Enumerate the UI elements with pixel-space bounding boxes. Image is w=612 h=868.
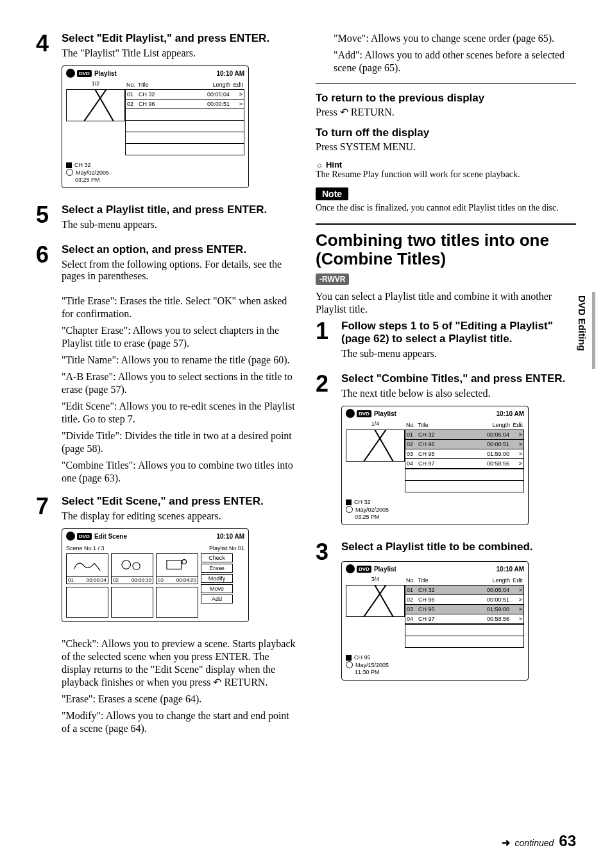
scene-thumbnail[interactable]: 0300:04:20 bbox=[156, 553, 198, 584]
table-row[interactable]: 04CH 9700:58:56> bbox=[405, 614, 524, 624]
ui-title: Playlist bbox=[374, 410, 396, 417]
scene-thumbnail[interactable]: 0100:00:34 bbox=[66, 553, 108, 584]
step-number: 2 bbox=[316, 372, 341, 534]
arrow-icon: ➜ bbox=[502, 837, 510, 849]
step-heading: Select "Edit Scene," and press ENTER. bbox=[62, 495, 296, 508]
ui-clock: 10:10 AM bbox=[216, 70, 244, 77]
playlist-ui-box: DVD Playlist 10:10 AM 1/2 No. bbox=[62, 65, 249, 188]
disc-icon bbox=[66, 532, 75, 541]
ui-footer: CH 95 May/15/2005 11:30 PM bbox=[342, 652, 528, 680]
dvd-badge-icon: DVD bbox=[77, 533, 92, 540]
option-text: "Combine Titles": Allows you to combine … bbox=[62, 459, 296, 485]
step-number: 6 bbox=[36, 243, 62, 489]
playlist-number: Playlist No.01 bbox=[209, 545, 244, 551]
step-heading: Select a Playlist title, and press ENTER… bbox=[62, 204, 296, 216]
step-4: 4 Select "Edit Playlist," and press ENTE… bbox=[36, 32, 296, 197]
section-tab-marker bbox=[592, 292, 595, 369]
table-row[interactable]: 01CH 3200:05:04> bbox=[405, 585, 524, 595]
page-fraction: 3/4 bbox=[346, 576, 405, 582]
step-5: 5 Select a Playlist title, and press ENT… bbox=[36, 204, 296, 237]
table-row[interactable]: 04CH 9700:58:56> bbox=[405, 458, 524, 469]
step-heading: Select "Combine Titles," and press ENTER… bbox=[341, 372, 576, 385]
page-fraction: 1/2 bbox=[66, 80, 125, 87]
note-heading: Note bbox=[316, 187, 348, 200]
table-row bbox=[125, 108, 244, 120]
step-subtext: Select from the following options. For d… bbox=[62, 259, 296, 282]
option-text: "Add": Allows you to add other scenes be… bbox=[334, 49, 576, 74]
page-fraction: 1/4 bbox=[346, 421, 405, 427]
option-text: "Title Erase": Erases the title. Select … bbox=[62, 295, 296, 320]
scene-thumbnail-empty bbox=[156, 587, 198, 618]
title-icon bbox=[66, 162, 72, 168]
check-button[interactable]: Check bbox=[201, 553, 233, 562]
option-text: "Edit Scene": Allows you to re-edit scen… bbox=[62, 400, 296, 426]
right-column: "Move": Allows you to change scene order… bbox=[316, 32, 576, 853]
disc-icon bbox=[346, 409, 355, 418]
table-row bbox=[125, 143, 244, 155]
move-button[interactable]: Move bbox=[201, 584, 233, 593]
step-heading: Select a Playlist title to be combined. bbox=[341, 541, 576, 553]
step-subtext: The display for editing scenes appears. bbox=[62, 510, 296, 522]
hint-text: The Resume Play function will work for s… bbox=[316, 169, 576, 180]
clock-icon bbox=[346, 506, 353, 513]
ui-title: Edit Scene bbox=[94, 533, 127, 540]
combine-ui-box: DVD Playlist 10:10 AM 1/4 No. bbox=[341, 406, 529, 525]
body-text: You can select a Playlist title and comb… bbox=[316, 290, 576, 316]
format-chip: -RWVR bbox=[316, 273, 349, 285]
left-column: 4 Select "Edit Playlist," and press ENTE… bbox=[36, 32, 296, 853]
table-row bbox=[405, 480, 524, 492]
ui-footer: CH 32 May/02/2005 03:25 PM bbox=[62, 159, 248, 187]
title-icon bbox=[346, 499, 352, 505]
table-row[interactable]: 01CH 3200:05:04> bbox=[405, 430, 524, 439]
sub-heading: To return to the previous display bbox=[316, 92, 576, 105]
scene-thumbnail[interactable]: 0200:00:10 bbox=[111, 553, 153, 584]
option-text: "Title Name": Allows you to rename the t… bbox=[62, 354, 296, 367]
note-text: Once the disc is finalized, you cannot e… bbox=[316, 203, 576, 213]
option-text: "Move": Allows you to change scene order… bbox=[334, 32, 576, 45]
combine-step-3: 3 Select a Playlist title to be combined… bbox=[316, 541, 576, 690]
step-subtext: The sub-menu appears. bbox=[62, 219, 296, 230]
table-row[interactable]: 02CH 9600:00:51> bbox=[405, 595, 524, 604]
sub-heading: To turn off the display bbox=[316, 126, 576, 139]
section-tab-label: DVD Editing bbox=[577, 295, 588, 351]
step-6: 6 Select an option, and press ENTER. Sel… bbox=[36, 243, 296, 489]
erase-button[interactable]: Erase bbox=[201, 564, 233, 573]
thumbnail-image bbox=[346, 585, 405, 617]
dvd-badge-icon: DVD bbox=[357, 566, 371, 573]
option-text: "Modify": Allows you to change the start… bbox=[62, 709, 296, 735]
continued-label: continued bbox=[515, 838, 554, 848]
scene-thumbnail-empty bbox=[111, 587, 153, 618]
table-row[interactable]: 02 CH 96 00:00:51 > bbox=[125, 99, 244, 108]
option-text: "Check": Allows you to preview a scene. … bbox=[62, 638, 296, 689]
svg-point-1 bbox=[133, 563, 140, 570]
hint-heading: ☼ Hint bbox=[316, 160, 576, 169]
add-button[interactable]: Add bbox=[201, 595, 233, 603]
disc-icon bbox=[346, 564, 355, 573]
step-heading: Select "Edit Playlist," and press ENTER. bbox=[62, 32, 296, 45]
table-row bbox=[405, 624, 524, 636]
step-heading: Select an option, and press ENTER. bbox=[62, 243, 296, 256]
combine-step-2: 2 Select "Combine Titles," and press ENT… bbox=[316, 372, 576, 534]
svg-point-3 bbox=[182, 560, 187, 564]
table-row[interactable]: 03CH 9501:59:00> bbox=[405, 604, 524, 614]
divider bbox=[316, 83, 576, 84]
option-text: "Erase": Erases a scene (page 64). bbox=[62, 693, 296, 706]
step-number: 5 bbox=[36, 204, 62, 237]
thumbnail-image bbox=[346, 430, 405, 462]
ui-footer: CH 32 May/02/2005 03:25 PM bbox=[342, 496, 528, 525]
modify-button[interactable]: Modify bbox=[201, 574, 233, 583]
table-row[interactable]: 03CH 9501:59:00> bbox=[405, 449, 524, 458]
svg-rect-2 bbox=[167, 560, 182, 569]
ui-clock: 10:10 AM bbox=[496, 410, 524, 417]
table-row[interactable]: 02CH 9600:00:51> bbox=[405, 439, 524, 449]
table-header: No. Title Length Edit bbox=[405, 421, 524, 430]
table-row[interactable]: 01 CH 32 00:05:04 > bbox=[125, 89, 244, 99]
step-7: 7 Select "Edit Scene," and press ENTER. … bbox=[36, 495, 296, 739]
step-heading: Follow steps 1 to 5 of "Editing a Playli… bbox=[341, 320, 576, 345]
step-number: 4 bbox=[36, 32, 62, 197]
table-header: No. Title Length Edit bbox=[405, 576, 524, 585]
table-header: No. Title Length Edit bbox=[125, 80, 244, 89]
step-number: 7 bbox=[36, 495, 62, 739]
hint-icon: ☼ bbox=[316, 160, 323, 169]
ui-clock: 10:10 AM bbox=[216, 533, 244, 540]
